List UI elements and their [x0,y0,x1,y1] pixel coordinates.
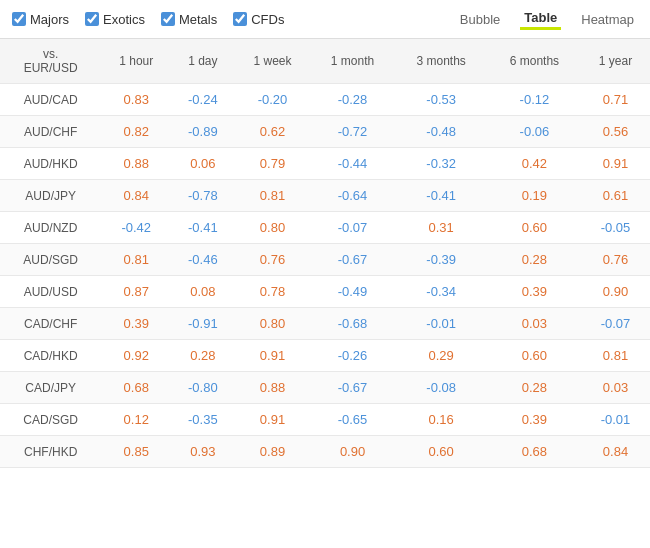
value-cell: -0.68 [310,308,394,340]
table-row: AUD/HKD0.880.060.79-0.44-0.320.420.91 [0,148,650,180]
value-cell: 0.31 [395,212,488,244]
value-cell: 0.68 [488,436,581,468]
table-row: AUD/SGD0.81-0.460.76-0.67-0.390.280.76 [0,244,650,276]
value-cell: 0.76 [234,244,310,276]
pair-cell: AUD/NZD [0,212,101,244]
value-cell: -0.64 [310,180,394,212]
value-cell: -0.67 [310,244,394,276]
col-header-1-month: 1 month [310,39,394,84]
value-cell: 0.29 [395,340,488,372]
value-cell: 0.56 [581,116,650,148]
value-cell: 0.60 [488,212,581,244]
value-cell: 0.81 [234,180,310,212]
value-cell: -0.72 [310,116,394,148]
col-header-1-year: 1 year [581,39,650,84]
value-cell: -0.28 [310,84,394,116]
value-cell: 0.16 [395,404,488,436]
value-cell: -0.48 [395,116,488,148]
value-cell: 0.81 [101,244,171,276]
pair-cell: CHF/HKD [0,436,101,468]
value-cell: 0.61 [581,180,650,212]
value-cell: -0.07 [310,212,394,244]
table-row: CAD/JPY0.68-0.800.88-0.67-0.080.280.03 [0,372,650,404]
view-btn-heatmap[interactable]: Heatmap [577,10,638,29]
col-header-6-months: 6 months [488,39,581,84]
value-cell: -0.05 [581,212,650,244]
value-cell: -0.34 [395,276,488,308]
value-cell: -0.41 [395,180,488,212]
view-btn-table[interactable]: Table [520,8,561,30]
value-cell: 0.28 [488,244,581,276]
value-cell: -0.20 [234,84,310,116]
value-cell: -0.39 [395,244,488,276]
filter-majors[interactable]: Majors [12,12,69,27]
value-cell: 0.84 [101,180,171,212]
pair-cell: AUD/CHF [0,116,101,148]
value-cell: -0.78 [171,180,234,212]
pair-cell: CAD/JPY [0,372,101,404]
value-cell: -0.89 [171,116,234,148]
value-cell: 0.91 [234,404,310,436]
value-cell: -0.01 [395,308,488,340]
table-row: AUD/CHF0.82-0.890.62-0.72-0.48-0.060.56 [0,116,650,148]
value-cell: -0.07 [581,308,650,340]
value-cell: 0.28 [171,340,234,372]
col-header-1-week: 1 week [234,39,310,84]
value-cell: 0.91 [581,148,650,180]
value-cell: 0.89 [234,436,310,468]
value-cell: -0.91 [171,308,234,340]
table-row: CAD/HKD0.920.280.91-0.260.290.600.81 [0,340,650,372]
value-cell: 0.68 [101,372,171,404]
view-btn-bubble[interactable]: Bubble [456,10,504,29]
col-header-pair: vs.EUR/USD [0,39,101,84]
value-cell: 0.83 [101,84,171,116]
data-table: vs.EUR/USD1 hour1 day1 week1 month3 mont… [0,39,650,468]
top-nav: MajorsExoticsMetalsCFDs BubbleTableHeatm… [0,0,650,39]
value-cell: 0.62 [234,116,310,148]
table-row: AUD/NZD-0.42-0.410.80-0.070.310.60-0.05 [0,212,650,244]
value-cell: 0.08 [171,276,234,308]
value-cell: 0.80 [234,212,310,244]
value-cell: 0.87 [101,276,171,308]
value-cell: -0.26 [310,340,394,372]
value-cell: 0.03 [488,308,581,340]
value-cell: -0.41 [171,212,234,244]
value-cell: -0.80 [171,372,234,404]
filter-cfds[interactable]: CFDs [233,12,284,27]
value-cell: 0.85 [101,436,171,468]
value-cell: -0.12 [488,84,581,116]
value-cell: 0.92 [101,340,171,372]
col-header-1-hour: 1 hour [101,39,171,84]
value-cell: 0.78 [234,276,310,308]
value-cell: 0.12 [101,404,171,436]
value-cell: -0.42 [101,212,171,244]
col-header-1-day: 1 day [171,39,234,84]
value-cell: 0.03 [581,372,650,404]
filter-exotics[interactable]: Exotics [85,12,145,27]
value-cell: -0.06 [488,116,581,148]
value-cell: 0.19 [488,180,581,212]
col-header-3-months: 3 months [395,39,488,84]
view-group: BubbleTableHeatmap [456,8,638,30]
value-cell: -0.65 [310,404,394,436]
value-cell: -0.08 [395,372,488,404]
pair-cell: AUD/USD [0,276,101,308]
value-cell: 0.39 [101,308,171,340]
value-cell: -0.49 [310,276,394,308]
value-cell: 0.88 [101,148,171,180]
value-cell: 0.60 [395,436,488,468]
value-cell: -0.24 [171,84,234,116]
filter-metals[interactable]: Metals [161,12,217,27]
value-cell: -0.32 [395,148,488,180]
value-cell: 0.76 [581,244,650,276]
value-cell: 0.93 [171,436,234,468]
table-row: AUD/USD0.870.080.78-0.49-0.340.390.90 [0,276,650,308]
value-cell: 0.71 [581,84,650,116]
pair-cell: CAD/HKD [0,340,101,372]
value-cell: 0.42 [488,148,581,180]
value-cell: -0.01 [581,404,650,436]
pair-cell: AUD/CAD [0,84,101,116]
table-row: AUD/CAD0.83-0.24-0.20-0.28-0.53-0.120.71 [0,84,650,116]
value-cell: 0.88 [234,372,310,404]
value-cell: 0.82 [101,116,171,148]
